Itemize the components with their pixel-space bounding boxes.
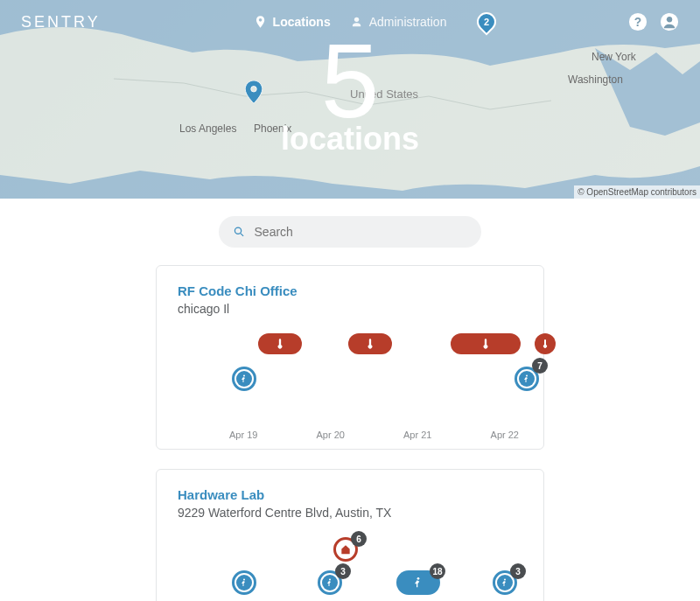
date-label: Apr 22 <box>491 430 519 440</box>
pin-icon <box>254 15 268 29</box>
map-label-city: Los Angeles <box>179 122 236 135</box>
location-card: Hardware Lab 9229 Waterford Centre Blvd,… <box>156 469 544 601</box>
map-label-city: Washington <box>568 73 623 86</box>
date-axis: Apr 19 Apr 20 Apr 21 Apr 22 <box>178 430 522 440</box>
event-count-badge: 3 <box>510 563 526 579</box>
brand-logo[interactable]: SENTRY <box>21 13 101 31</box>
map-pin[interactable] <box>245 80 262 103</box>
svg-point-11 <box>329 579 331 581</box>
motion-event[interactable] <box>232 367 256 391</box>
event-count-badge: 7 <box>532 358 548 374</box>
location-card: RF Code Chi Office chicago Il 7 Apr 19 A… <box>156 265 544 450</box>
temp-alert-pill[interactable] <box>258 333 302 354</box>
date-label: Apr 19 <box>229 430 257 440</box>
motion-event[interactable] <box>232 570 256 595</box>
location-count-label: locations <box>281 121 419 157</box>
nav-locations[interactable]: Locations <box>254 15 331 29</box>
event-count-badge: 3 <box>335 563 351 579</box>
location-address: chicago Il <box>178 302 522 316</box>
hero-summary: 5 locations <box>281 33 419 157</box>
map-attribution: © OpenStreetMap contributors <box>574 185 700 199</box>
svg-text:?: ? <box>634 16 641 29</box>
topbar-right: ? <box>628 12 679 31</box>
temp-alert-pill[interactable] <box>348 333 392 354</box>
location-address: 9229 Waterford Centre Blvd, Austin, TX <box>178 506 522 520</box>
event-count-badge: 6 <box>351 531 367 547</box>
search-icon <box>233 225 246 239</box>
svg-point-5 <box>667 17 672 22</box>
svg-point-13 <box>504 579 506 581</box>
location-name[interactable]: Hardware Lab <box>178 487 522 502</box>
help-icon[interactable]: ? <box>628 12 648 31</box>
location-name[interactable]: RF Code Chi Office <box>178 283 522 298</box>
date-label: Apr 20 <box>317 430 345 440</box>
search-bar[interactable] <box>219 216 481 248</box>
temp-alert-pill[interactable] <box>451 333 521 354</box>
svg-line-7 <box>241 234 243 236</box>
nav-label: Administration <box>369 15 447 29</box>
hero-map: Los Angeles Phoenix New York Washington … <box>0 0 700 199</box>
user-icon[interactable] <box>660 12 679 31</box>
search-input[interactable] <box>255 225 467 239</box>
svg-point-9 <box>526 375 528 377</box>
svg-point-8 <box>243 375 245 377</box>
content-area: RF Code Chi Office chicago Il 7 Apr 19 A… <box>0 216 700 601</box>
date-label: Apr 21 <box>403 430 431 440</box>
timeline: 7 <box>178 333 522 430</box>
temp-alert-dot[interactable] <box>535 333 556 354</box>
svg-point-6 <box>234 227 241 234</box>
svg-point-12 <box>417 577 420 580</box>
timeline: 6 3 18 3 <box>178 537 522 601</box>
svg-point-10 <box>243 579 245 581</box>
event-count-badge: 18 <box>430 563 445 579</box>
map-label-city: New York <box>592 51 636 63</box>
location-count: 5 <box>281 33 419 128</box>
